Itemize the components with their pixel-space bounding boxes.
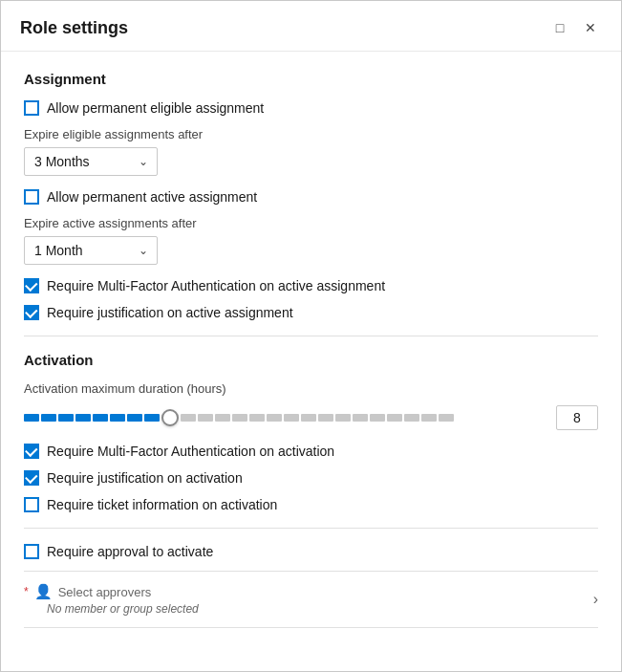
approvers-label-row: * 👤 Select approvers bbox=[24, 583, 199, 600]
activation-section: Activation Activation maximum duration (… bbox=[24, 352, 598, 628]
tick-2 bbox=[41, 414, 56, 422]
allow-permanent-eligible-label: Allow permanent eligible assignment bbox=[47, 100, 264, 116]
require-justification-activation-label: Require justification on activation bbox=[47, 470, 243, 486]
tick-10 bbox=[198, 414, 213, 422]
assignment-section: Assignment Allow permanent eligible assi… bbox=[24, 71, 598, 320]
slider-thumb[interactable] bbox=[161, 409, 179, 426]
approvers-person-icon: 👤 bbox=[34, 583, 53, 600]
approvers-sub-text: No member or group selected bbox=[24, 602, 199, 616]
tick-18 bbox=[335, 414, 351, 422]
expire-eligible-select-wrap: 1 Month 3 Months 6 Months 1 Year Custom … bbox=[24, 147, 158, 176]
allow-permanent-active-row: Allow permanent active assignment bbox=[24, 189, 598, 205]
require-mfa-active-checkbox[interactable] bbox=[24, 278, 39, 293]
require-approval-label: Require approval to activate bbox=[47, 544, 213, 559]
divider-1 bbox=[24, 336, 598, 336]
activation-title: Activation bbox=[24, 352, 598, 368]
require-justification-active-row: Require justification on active assignme… bbox=[24, 305, 598, 320]
tick-23 bbox=[421, 414, 437, 422]
approvers-chevron-icon: › bbox=[593, 591, 598, 608]
tick-21 bbox=[387, 414, 402, 422]
require-justification-activation-checkbox[interactable] bbox=[24, 470, 39, 486]
tick-17 bbox=[318, 414, 333, 422]
tick-15 bbox=[284, 414, 299, 422]
tick-7 bbox=[127, 414, 142, 422]
duration-value[interactable]: 8 bbox=[556, 405, 598, 430]
require-ticket-checkbox[interactable] bbox=[24, 497, 39, 512]
minimize-button[interactable]: □ bbox=[548, 16, 571, 39]
expire-active-select-wrap: 1 Month 3 Months 6 Months 1 Year Custom … bbox=[24, 236, 158, 265]
tick-12 bbox=[232, 414, 247, 422]
require-mfa-activation-checkbox[interactable] bbox=[24, 444, 39, 459]
tick-22 bbox=[404, 414, 419, 422]
dialog-title: Role settings bbox=[20, 18, 128, 38]
tick-16 bbox=[301, 414, 316, 422]
expire-active-field: Expire active assignments after 1 Month … bbox=[24, 216, 598, 278]
tick-20 bbox=[370, 414, 385, 422]
tick-1 bbox=[24, 414, 39, 422]
role-settings-dialog: Role settings □ ✕ Assignment Allow perma… bbox=[0, 0, 622, 672]
tick-3 bbox=[58, 414, 74, 422]
tick-6 bbox=[110, 414, 125, 422]
expire-active-select[interactable]: 1 Month 3 Months 6 Months 1 Year Custom bbox=[24, 236, 158, 265]
tick-11 bbox=[215, 414, 230, 422]
require-mfa-activation-label: Require Multi-Factor Authentication on a… bbox=[47, 444, 334, 459]
content-area: Assignment Allow permanent eligible assi… bbox=[1, 52, 621, 671]
approvers-section[interactable]: * 👤 Select approvers No member or group … bbox=[24, 571, 598, 628]
allow-permanent-eligible-row: Allow permanent eligible assignment bbox=[24, 100, 598, 116]
require-approval-checkbox[interactable] bbox=[24, 544, 39, 559]
require-approval-row: Require approval to activate bbox=[24, 544, 598, 559]
tick-4 bbox=[75, 414, 91, 422]
allow-permanent-active-label: Allow permanent active assignment bbox=[47, 189, 257, 205]
tick-8 bbox=[144, 414, 160, 422]
require-ticket-label: Require ticket information on activation bbox=[47, 497, 277, 512]
require-justification-active-label: Require justification on active assignme… bbox=[47, 305, 293, 320]
duration-section: Activation maximum duration (hours) bbox=[24, 381, 598, 430]
tick-5 bbox=[93, 414, 108, 422]
title-bar-controls: □ ✕ bbox=[548, 16, 602, 39]
expire-active-label: Expire active assignments after bbox=[24, 216, 598, 230]
close-button[interactable]: ✕ bbox=[579, 16, 602, 39]
required-star: * bbox=[24, 585, 29, 598]
allow-permanent-eligible-checkbox[interactable] bbox=[24, 100, 39, 116]
require-mfa-active-label: Require Multi-Factor Authentication on a… bbox=[47, 278, 385, 293]
expire-eligible-label: Expire eligible assignments after bbox=[24, 127, 598, 141]
approvers-left: * 👤 Select approvers No member or group … bbox=[24, 583, 199, 616]
expire-eligible-field: Expire eligible assignments after 1 Mont… bbox=[24, 127, 598, 189]
require-mfa-activation-row: Require Multi-Factor Authentication on a… bbox=[24, 444, 598, 459]
allow-permanent-active-checkbox[interactable] bbox=[24, 189, 39, 205]
require-ticket-row: Require ticket information on activation bbox=[24, 497, 598, 512]
tick-19 bbox=[353, 414, 368, 422]
duration-label: Activation maximum duration (hours) bbox=[24, 381, 598, 396]
divider-2 bbox=[24, 528, 598, 529]
tick-24 bbox=[439, 414, 454, 422]
require-justification-active-checkbox[interactable] bbox=[24, 305, 39, 320]
title-bar: Role settings □ ✕ bbox=[1, 1, 621, 52]
assignment-title: Assignment bbox=[24, 71, 598, 87]
approvers-placeholder: Select approvers bbox=[58, 585, 152, 599]
tick-14 bbox=[267, 414, 282, 422]
tick-track bbox=[24, 409, 547, 426]
require-justification-activation-row: Require justification on activation bbox=[24, 470, 598, 486]
slider-with-value: 8 bbox=[24, 405, 598, 430]
expire-eligible-select[interactable]: 1 Month 3 Months 6 Months 1 Year Custom bbox=[24, 147, 158, 176]
require-mfa-active-row: Require Multi-Factor Authentication on a… bbox=[24, 278, 598, 293]
tick-13 bbox=[249, 414, 265, 422]
tick-9 bbox=[181, 414, 196, 422]
